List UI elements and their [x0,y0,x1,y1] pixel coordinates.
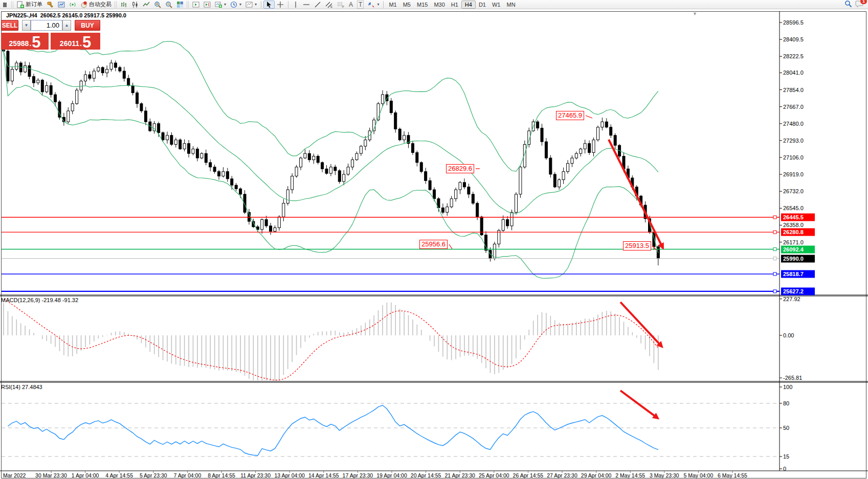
main-pane[interactable] [3,36,660,279]
candle-body [420,163,422,172]
candle-body [329,167,332,173]
candle-body [321,163,324,169]
sell-button[interactable]: SELL [1,20,18,31]
candle-body [549,158,552,174]
candle-body [562,172,565,180]
candle-body [614,135,616,145]
candle-body [218,172,220,176]
candle-body [519,167,522,194]
price-line-anchor [773,248,776,251]
time-axis-label: 13 Apr 04:00 [274,472,305,478]
price-annotation-27465.9[interactable]: 27465.9 [556,111,584,120]
candle-body [119,67,121,71]
rsi-axis-label: 50 [783,425,789,431]
candle-body [601,122,604,127]
candle-body [11,69,13,81]
candle-body [468,187,470,194]
candle-body [127,78,130,85]
price-line-anchor [773,272,776,276]
candle-body [140,104,143,111]
candle-body [459,183,461,190]
candle-body [463,183,465,187]
rsi-axis-label: 80 [783,400,789,406]
buy-price-int: 26011 [60,40,79,47]
candle-body [455,190,457,199]
candle-body [325,169,328,173]
candle-body [355,153,358,159]
time-axis-label: 5 Apr 23:30 [140,472,167,478]
trend-arrow-0[interactable] [609,140,663,248]
price-line-anchor [773,257,776,260]
rsi-line [8,405,658,455]
volume-decrease-button[interactable]: ▼ [22,20,31,31]
candle-body [144,111,147,122]
rsi-pane[interactable] [2,403,780,457]
candle-body [476,203,479,217]
candle-body [394,112,397,129]
candle-body [50,85,52,95]
price-annotation-25913.5[interactable]: 25913.5 [623,241,651,250]
candle-body [231,179,233,185]
candle-body [54,95,57,102]
candle-body [347,167,349,174]
candle-body [170,135,173,145]
time-axis-label: 27 Apr 23:30 [547,472,577,478]
buy-price-tile[interactable]: 26011 . 5 [51,33,100,50]
candle-body [390,101,392,112]
candle-body [381,95,384,104]
ohlc-open: 26062.5 [40,12,61,18]
candle-body [567,164,569,172]
candle-body [32,77,35,83]
candle-body [588,144,591,153]
candle-body [270,226,272,232]
candle-body [131,85,134,93]
time-axis-label: 26 Apr 14:55 [513,472,544,478]
candle-body [425,172,427,181]
candle-body [592,140,595,153]
candle-body [278,217,280,227]
macd-pane[interactable] [4,299,658,380]
candle-body [610,127,612,135]
time-axis-label: 20 Apr 14:55 [411,472,441,478]
candle-body [67,111,70,122]
candle-body [282,203,285,217]
one-click-trading-panel: SELL ▼ 1.00 ▲ BUY 25988 . 5 26011 . 5 [1,20,100,50]
price-badge-26092.4: 26092.4 [781,245,815,253]
sell-price-tile[interactable]: 25988 . 5 [1,33,49,50]
macd-values: -219.48 -91.32 [41,297,78,303]
price-annotation-26829.6[interactable]: 26829.6 [446,164,474,173]
macd-axis-label: 227.92 [783,296,800,302]
buy-button[interactable]: BUY [75,20,100,31]
candle-body [93,71,95,78]
candle-body [343,174,345,181]
candle-body [205,153,207,163]
volume-input[interactable]: 1.00 [31,20,62,31]
sell-price-int: 25988 [9,40,29,47]
symbol-header: JPN225-,H4 26062.5 26145.0 25917.5 25990… [6,12,126,18]
price-axis-label: 27106.0 [783,154,804,161]
time-axis-label: 11 Apr 23:30 [240,472,271,478]
price-annotation-25956.6[interactable]: 25956.6 [419,240,448,249]
candle-body [201,153,203,158]
trading-platform-window: 新订单 自动交易 [0,0,868,479]
candle-body [110,63,113,69]
price-axis-label: 28409.5 [783,36,804,42]
candle-body [265,219,268,225]
candle-body [308,153,310,159]
candle-body [472,194,474,203]
sell-price-frac: 5 [32,36,40,49]
candle-body [605,122,608,127]
ohlc-high: 26145.0 [62,12,83,18]
price-axis-label: 26919.0 [783,171,804,177]
volume-increase-button[interactable]: ▲ [62,20,71,31]
candle-body [41,80,43,92]
candle-body [84,75,86,81]
buy-price-frac: 5 [82,36,91,49]
macd-name: MACD(12,26,9) [1,297,40,303]
price-axis-label: 26545.0 [783,205,804,211]
trend-arrow-2[interactable] [620,391,658,418]
chart-scroll-marker-icon[interactable]: ▼ [693,11,697,16]
candle-body [334,167,337,171]
bollinger-middle [4,51,658,213]
candle-body [433,190,436,199]
